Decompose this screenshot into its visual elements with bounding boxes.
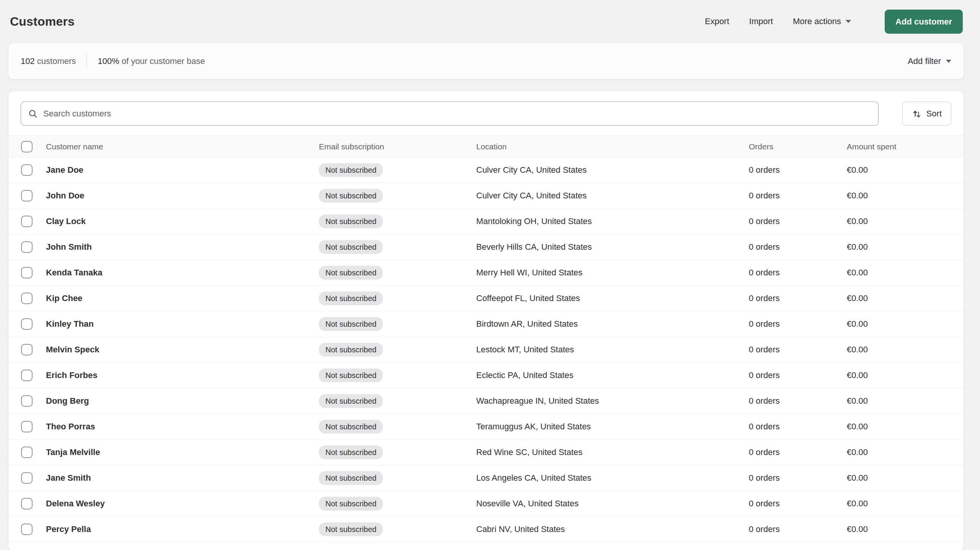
table-row[interactable]: Erich Forbes Not subscribed Eclectic PA,… bbox=[8, 363, 964, 388]
stats-divider bbox=[87, 54, 87, 69]
table-row[interactable]: Kip Chee Not subscribed Coffeepot FL, Un… bbox=[8, 286, 964, 311]
customer-orders: 0 orders bbox=[749, 268, 847, 278]
customer-orders: 0 orders bbox=[749, 370, 847, 380]
subscription-status-badge: Not subscribed bbox=[319, 394, 383, 408]
search-icon bbox=[28, 109, 38, 119]
export-button-label: Export bbox=[705, 16, 729, 26]
column-header-location: Location bbox=[476, 142, 749, 151]
customer-name-link[interactable]: Clay Lock bbox=[46, 216, 319, 226]
search-box[interactable] bbox=[21, 101, 879, 126]
row-checkbox[interactable] bbox=[21, 447, 33, 458]
customer-name-link[interactable]: Kinley Than bbox=[46, 319, 319, 329]
customer-orders: 0 orders bbox=[749, 447, 847, 457]
customer-location: Coffeepot FL, United States bbox=[476, 293, 749, 303]
customer-orders: 0 orders bbox=[749, 216, 847, 226]
table-row[interactable]: Melvin Speck Not subscribed Lestock MT, … bbox=[8, 337, 964, 363]
customer-name-link[interactable]: Jane Smith bbox=[46, 473, 319, 483]
table-row[interactable]: Dong Berg Not subscribed Wachapreague IN… bbox=[8, 388, 964, 414]
column-header-orders: Orders bbox=[749, 142, 847, 151]
subscription-status-badge: Not subscribed bbox=[319, 471, 383, 485]
table-row[interactable]: Tanja Melville Not subscribed Red Wine S… bbox=[8, 440, 964, 465]
table-row[interactable]: John Doe Not subscribed Culver City CA, … bbox=[8, 183, 964, 209]
customer-amount-spent: €0.00 bbox=[847, 370, 964, 380]
table-row[interactable]: Percy Pella Not subscribed Cabri NV, Uni… bbox=[8, 517, 964, 542]
add-filter-label: Add filter bbox=[908, 56, 941, 66]
customer-amount-spent: €0.00 bbox=[847, 268, 964, 278]
customer-name-link[interactable]: Jane Doe bbox=[46, 165, 319, 175]
add-customer-button[interactable]: Add customer bbox=[885, 10, 963, 34]
customer-name-link[interactable]: John Smith bbox=[46, 242, 319, 252]
customer-orders: 0 orders bbox=[749, 473, 847, 483]
subscription-status-badge: Not subscribed bbox=[319, 368, 383, 382]
row-checkbox[interactable] bbox=[21, 421, 33, 432]
select-all-checkbox[interactable] bbox=[21, 141, 33, 152]
customer-amount-spent: €0.00 bbox=[847, 422, 964, 432]
customer-name-link[interactable]: Kip Chee bbox=[46, 293, 319, 303]
table-body: Jane Doe Not subscribed Culver City CA, … bbox=[8, 157, 964, 542]
customer-location: Beverly Hills CA, United States bbox=[476, 242, 749, 252]
table-row[interactable]: Jane Doe Not subscribed Culver City CA, … bbox=[8, 157, 964, 183]
sort-button-label: Sort bbox=[926, 109, 942, 119]
sort-button[interactable]: Sort bbox=[902, 101, 951, 126]
table-row[interactable]: Clay Lock Not subscribed Mantoloking OH,… bbox=[8, 209, 964, 234]
row-checkbox[interactable] bbox=[21, 241, 33, 253]
export-button[interactable]: Export bbox=[705, 16, 729, 26]
customer-name-link[interactable]: Percy Pella bbox=[46, 524, 319, 534]
customer-location: Culver City CA, United States bbox=[476, 191, 749, 201]
customer-name-link[interactable]: Melvin Speck bbox=[46, 345, 319, 355]
customer-name-link[interactable]: Kenda Tanaka bbox=[46, 268, 319, 278]
table-toolbar: Sort bbox=[8, 91, 964, 136]
customer-name-link[interactable]: Erich Forbes bbox=[46, 370, 319, 380]
customer-amount-spent: €0.00 bbox=[847, 473, 964, 483]
customer-count-label: customers bbox=[37, 56, 76, 66]
row-checkbox[interactable] bbox=[21, 216, 33, 227]
column-header-email-subscription: Email subscription bbox=[319, 142, 476, 151]
row-checkbox[interactable] bbox=[21, 267, 33, 278]
customer-orders: 0 orders bbox=[749, 319, 847, 329]
import-button[interactable]: Import bbox=[749, 16, 773, 26]
customer-name-link[interactable]: Dong Berg bbox=[46, 396, 319, 406]
customer-location: Noseville VA, United States bbox=[476, 499, 749, 509]
row-checkbox[interactable] bbox=[21, 370, 33, 381]
customer-amount-spent: €0.00 bbox=[847, 524, 964, 534]
customer-amount-spent: €0.00 bbox=[847, 165, 964, 175]
row-checkbox[interactable] bbox=[21, 190, 33, 201]
customer-amount-spent: €0.00 bbox=[847, 242, 964, 252]
row-checkbox[interactable] bbox=[21, 318, 33, 330]
search-input[interactable] bbox=[43, 109, 871, 119]
import-button-label: Import bbox=[749, 16, 773, 26]
filter-summary-bar: 102 customers 100% of your customer base… bbox=[8, 43, 964, 79]
customer-amount-spent: €0.00 bbox=[847, 191, 964, 201]
add-filter-button[interactable]: Add filter bbox=[908, 56, 951, 66]
customer-orders: 0 orders bbox=[749, 165, 847, 175]
customer-stats: 102 customers 100% of your customer base bbox=[21, 54, 205, 69]
row-checkbox[interactable] bbox=[21, 472, 33, 484]
more-actions-button[interactable]: More actions bbox=[793, 16, 851, 26]
row-checkbox[interactable] bbox=[21, 524, 33, 535]
table-row[interactable]: Theo Porras Not subscribed Teramuggus AK… bbox=[8, 414, 964, 440]
subscription-status-badge: Not subscribed bbox=[319, 343, 383, 357]
column-header-customer-name: Customer name bbox=[46, 142, 319, 151]
customer-name-link[interactable]: John Doe bbox=[46, 191, 319, 201]
customer-name-link[interactable]: Delena Wesley bbox=[46, 499, 319, 509]
row-checkbox[interactable] bbox=[21, 498, 33, 509]
table-row[interactable]: Kinley Than Not subscribed Birdtown AR, … bbox=[8, 311, 964, 337]
table-row[interactable]: John Smith Not subscribed Beverly Hills … bbox=[8, 234, 964, 260]
table-row[interactable]: Delena Wesley Not subscribed Noseville V… bbox=[8, 491, 964, 517]
table-row[interactable]: Kenda Tanaka Not subscribed Merry Hell W… bbox=[8, 260, 964, 286]
row-checkbox[interactable] bbox=[21, 164, 33, 176]
customer-orders: 0 orders bbox=[749, 242, 847, 252]
customer-name-link[interactable]: Tanja Melville bbox=[46, 447, 319, 457]
customer-orders: 0 orders bbox=[749, 422, 847, 432]
subscription-status-badge: Not subscribed bbox=[319, 445, 383, 459]
customer-name-link[interactable]: Theo Porras bbox=[46, 422, 319, 432]
row-checkbox[interactable] bbox=[21, 293, 33, 304]
customer-base-percent: 100% of your customer base bbox=[98, 56, 205, 66]
row-checkbox[interactable] bbox=[21, 395, 33, 407]
page-header: Customers Export Import More actions Add… bbox=[0, 0, 980, 43]
customer-orders: 0 orders bbox=[749, 191, 847, 201]
more-actions-label: More actions bbox=[793, 16, 841, 26]
customer-amount-spent: €0.00 bbox=[847, 396, 964, 406]
table-row[interactable]: Jane Smith Not subscribed Los Angeles CA… bbox=[8, 465, 964, 491]
row-checkbox[interactable] bbox=[21, 344, 33, 355]
